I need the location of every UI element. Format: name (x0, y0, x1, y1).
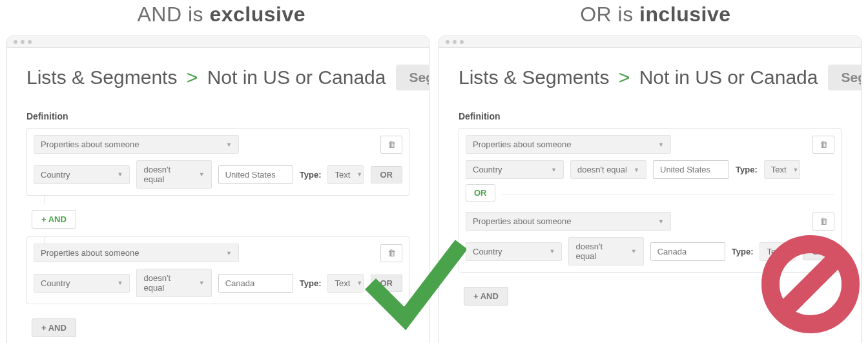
operator-select[interactable]: doesn't equal▼ (136, 160, 211, 189)
field-select[interactable]: Country▼ (466, 160, 564, 179)
breadcrumb-parent[interactable]: Lists & Segments (459, 67, 609, 88)
dot-icon (446, 40, 450, 44)
rule-group: Properties about someone▼ 🗑 Country▼ doe… (26, 128, 409, 196)
chevron-down-icon: ▼ (199, 171, 205, 178)
chevron-down-icon: ▼ (551, 167, 557, 173)
value-input[interactable]: United States (218, 165, 293, 184)
operator-select[interactable]: doesn't equal▼ (568, 237, 643, 265)
rule-group: Properties about someone▼ 🗑 Country▼ doe… (26, 236, 409, 304)
chevron-down-icon: ▼ (793, 167, 799, 173)
breadcrumb-current: Not in US or Canada (639, 67, 818, 88)
chevron-down-icon: ▼ (226, 250, 232, 256)
type-select[interactable]: Text▼ (327, 274, 364, 293)
field-select[interactable]: Country▼ (34, 165, 130, 184)
chevron-down-icon: ▼ (631, 248, 637, 255)
chevron-down-icon: ▼ (356, 171, 362, 178)
dot-icon (28, 40, 32, 44)
svg-line-1 (785, 258, 836, 310)
window-controls (439, 36, 861, 48)
breadcrumb-sep: > (187, 67, 198, 88)
dot-icon (460, 40, 464, 44)
trash-icon: 🗑 (820, 216, 828, 226)
operator-select[interactable]: doesn't equal▼ (570, 160, 646, 179)
breadcrumb: Lists & Segments > Not in US or Canada (459, 67, 818, 88)
window-controls (7, 36, 429, 48)
type-select[interactable]: Text▼ (764, 160, 800, 179)
type-label: Type: (732, 247, 754, 256)
type-label: Type: (300, 278, 322, 288)
property-select[interactable]: Properties about someone▼ (466, 135, 671, 154)
breadcrumb-sep: > (619, 67, 630, 88)
chevron-down-icon: ▼ (658, 218, 664, 225)
definition-label: Definition (459, 111, 842, 121)
field-select[interactable]: Country▼ (34, 274, 130, 293)
title-right: OR is inclusive (580, 3, 730, 26)
chevron-down-icon: ▼ (118, 280, 123, 286)
chevron-down-icon: ▼ (658, 141, 664, 148)
trash-icon: 🗑 (820, 140, 828, 149)
divider (502, 194, 835, 194)
property-select[interactable]: Properties about someone▼ (34, 244, 239, 262)
breadcrumb-parent[interactable]: Lists & Segments (26, 67, 177, 88)
chevron-down-icon: ▼ (356, 280, 362, 286)
checkmark-icon (363, 231, 466, 335)
type-select[interactable]: Text▼ (327, 165, 364, 184)
value-input[interactable]: Canada (650, 242, 725, 261)
trash-icon: 🗑 (388, 140, 396, 149)
delete-button[interactable]: 🗑 (812, 213, 834, 231)
property-select[interactable]: Properties about someone▼ (466, 212, 671, 231)
chevron-down-icon: ▼ (118, 171, 123, 178)
value-input[interactable]: United States (653, 160, 729, 179)
title-left: AND is exclusive (138, 3, 306, 26)
add-and-button[interactable]: + AND (32, 318, 76, 337)
dot-icon (453, 40, 457, 44)
field-select[interactable]: Country▼ (466, 242, 562, 261)
and-pill[interactable]: + AND (32, 210, 76, 229)
or-pill[interactable]: OR (466, 184, 495, 202)
segment-button[interactable]: Segment (396, 65, 429, 90)
chevron-down-icon: ▼ (550, 248, 555, 255)
chevron-down-icon: ▼ (634, 167, 639, 173)
chevron-down-icon: ▼ (199, 280, 205, 286)
breadcrumb-current: Not in US or Canada (207, 67, 386, 88)
breadcrumb: Lists & Segments > Not in US or Canada (26, 67, 386, 88)
property-select[interactable]: Properties about someone▼ (34, 135, 239, 154)
type-label: Type: (736, 165, 758, 174)
value-input[interactable]: Canada (218, 274, 293, 293)
delete-button[interactable]: 🗑 (380, 136, 402, 154)
add-and-button[interactable]: + AND (464, 287, 508, 306)
segment-button[interactable]: Segment (828, 65, 862, 90)
definition-label: Definition (26, 111, 409, 121)
delete-button[interactable]: 🗑 (812, 136, 834, 154)
or-button[interactable]: OR (371, 166, 403, 183)
dot-icon (14, 40, 17, 44)
dot-icon (21, 40, 25, 44)
prohibited-icon (759, 233, 862, 336)
type-label: Type: (300, 170, 322, 180)
chevron-down-icon: ▼ (226, 141, 232, 148)
operator-select[interactable]: doesn't equal▼ (136, 269, 211, 297)
